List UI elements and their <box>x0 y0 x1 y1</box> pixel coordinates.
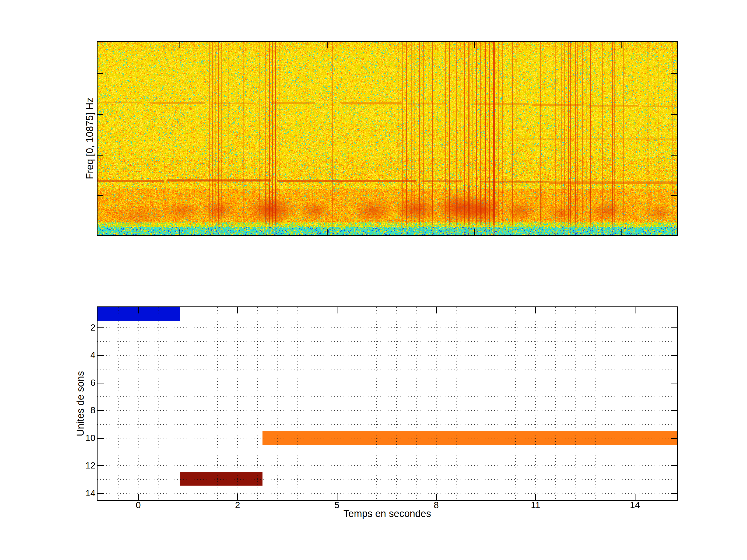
axis-tick <box>327 42 328 48</box>
axis-tick <box>671 493 677 494</box>
grid-line-vertical <box>337 307 337 500</box>
axis-tick <box>635 494 636 500</box>
x-tick-label: 2 <box>235 500 240 510</box>
axis-tick <box>237 307 238 314</box>
timeline-plot-area <box>98 307 677 500</box>
grid-line-vertical <box>217 307 218 500</box>
grid-line-horizontal <box>98 479 677 480</box>
axis-tick <box>474 42 475 48</box>
grid-line-vertical <box>635 307 635 500</box>
spectrogram-ylabel: Freq [0, 10875] Hz <box>84 98 96 179</box>
grid-line-vertical <box>456 307 457 500</box>
axis-tick <box>621 229 622 235</box>
grid-line-vertical <box>496 307 496 500</box>
grid-line-vertical <box>575 307 575 500</box>
grid-line-horizontal <box>98 396 677 397</box>
grid-line-vertical <box>317 307 317 500</box>
spectrogram-image <box>98 42 677 235</box>
axis-tick <box>98 383 104 383</box>
axis-tick <box>179 229 180 235</box>
grid-line-vertical <box>436 307 437 500</box>
grid-line-vertical <box>515 307 516 500</box>
y-tick-label: 10 <box>64 433 96 443</box>
axis-tick <box>237 494 238 500</box>
axis-tick <box>474 229 475 235</box>
axis-tick <box>436 307 437 314</box>
y-tick-label: 2 <box>64 322 96 332</box>
y-tick-label: 6 <box>64 377 96 388</box>
grid-line-vertical <box>476 307 476 500</box>
grid-line-vertical <box>237 307 238 500</box>
axis-tick <box>98 73 103 74</box>
y-tick-label: 14 <box>64 488 96 498</box>
grid-line-vertical <box>595 307 595 500</box>
grid-line-horizontal <box>98 327 677 328</box>
grid-line-vertical <box>376 307 377 500</box>
x-tick-label: 0 <box>136 500 140 510</box>
grid-line-horizontal <box>98 314 677 314</box>
axis-tick <box>671 195 677 196</box>
axis-tick <box>635 307 636 314</box>
axis-tick <box>671 114 677 115</box>
axis-tick <box>535 494 536 500</box>
axis-tick <box>98 155 103 156</box>
segment-unit-13 <box>180 472 262 486</box>
grid-line-horizontal <box>98 452 677 452</box>
axis-tick <box>98 410 104 411</box>
axis-tick <box>621 42 622 48</box>
y-tick-label: 4 <box>64 350 96 360</box>
grid-line-vertical <box>257 307 258 500</box>
grid-line-horizontal <box>98 355 677 356</box>
grid-line-vertical <box>555 307 556 500</box>
grid-line-horizontal <box>98 493 677 494</box>
y-tick-label: 8 <box>64 405 96 415</box>
grid-line-vertical <box>655 307 655 500</box>
axis-tick <box>138 494 139 500</box>
axis-tick <box>98 355 104 356</box>
grid-line-vertical <box>535 307 536 500</box>
x-tick-label: 14 <box>630 500 640 510</box>
axis-tick <box>98 195 103 196</box>
grid-line-vertical <box>178 307 178 500</box>
grid-line-horizontal <box>98 438 677 438</box>
grid-line-vertical <box>198 307 198 500</box>
axis-tick <box>671 383 677 383</box>
timeline-xlabel: Temps en secondes <box>343 508 431 519</box>
axis-tick <box>98 327 104 328</box>
grid-line-horizontal <box>98 410 677 411</box>
grid-line-horizontal <box>98 341 677 342</box>
grid-line-vertical <box>277 307 278 500</box>
grid-line-horizontal <box>98 465 677 466</box>
axis-tick <box>671 327 677 328</box>
grid-line-vertical <box>138 307 138 500</box>
axis-tick <box>138 307 139 314</box>
axis-tick <box>436 494 437 500</box>
grid-line-horizontal <box>98 383 677 383</box>
grid-line-vertical <box>396 307 397 500</box>
axis-tick <box>671 73 677 74</box>
axis-tick <box>98 465 104 466</box>
grid-line-vertical <box>357 307 357 500</box>
axis-tick <box>671 438 677 439</box>
x-tick-label: 8 <box>434 500 439 510</box>
axis-tick <box>535 307 536 314</box>
grid-line-vertical <box>158 307 158 500</box>
grid-line-vertical <box>416 307 416 500</box>
axis-tick <box>671 355 677 356</box>
x-tick-label: 11 <box>531 500 540 510</box>
axis-tick <box>327 229 328 235</box>
x-tick-label: 5 <box>334 500 339 510</box>
grid-line-horizontal <box>98 369 677 369</box>
figure-canvas: Freq [0, 10875] Hz Temps en secondes Uni… <box>0 0 747 560</box>
axis-tick <box>671 465 677 466</box>
axis-tick <box>179 42 180 48</box>
axis-tick <box>337 494 337 500</box>
grid-line-vertical <box>297 307 298 500</box>
axis-tick <box>98 114 103 115</box>
axis-tick <box>671 155 677 156</box>
axis-tick <box>98 493 104 494</box>
axis-tick <box>337 307 337 314</box>
grid-line-vertical <box>615 307 615 500</box>
axis-tick <box>98 438 104 439</box>
axis-tick <box>671 410 677 411</box>
